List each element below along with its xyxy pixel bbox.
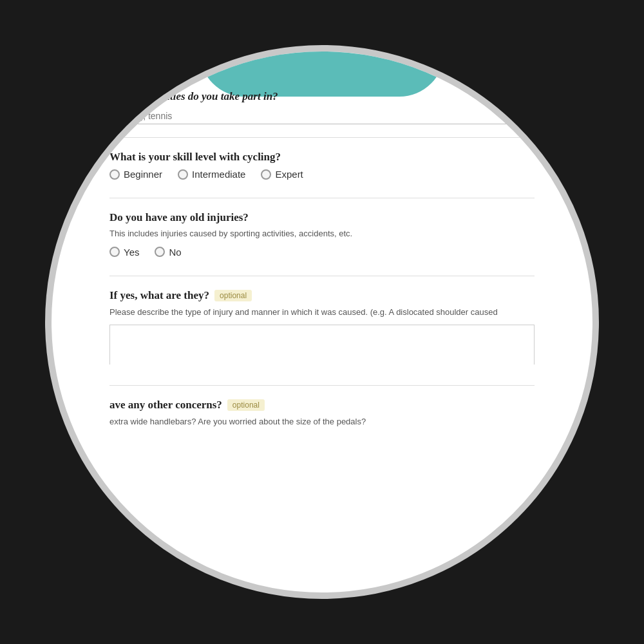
main-circle: athletic activities do you take part in?… [45,45,599,599]
divider-2 [109,198,535,198]
skill-level-label: What is your skill level with cycling? [109,151,535,164]
athletic-question-label: athletic activities do you take part in? [109,90,535,103]
skill-beginner-label: Beginner [124,169,162,180]
injuries-yes-label: Yes [124,247,139,258]
divider-1 [109,137,535,138]
injuries-no-radio[interactable] [155,247,165,257]
old-injuries-label: Do you have any old injuries? [109,211,535,224]
skill-level-radio-group: Beginner Intermediate Expert [109,169,535,180]
skill-expert-radio[interactable] [261,169,271,180]
question-old-injuries: Do you have any old injuries? This inclu… [109,211,535,258]
injuries-no-option[interactable]: No [155,247,181,258]
other-concerns-optional-badge: optional [227,399,265,411]
skill-expert-option[interactable]: Expert [261,169,303,180]
old-injuries-sublabel: This includes injuries caused by sportin… [109,227,535,240]
skill-beginner-radio[interactable] [109,169,120,180]
old-injuries-radio-group: Yes No [109,247,535,258]
divider-4 [109,385,535,386]
other-concerns-label: ave any other concerns? [109,399,222,412]
injury-details-optional-badge: optional [214,290,252,301]
question-other-concerns: ave any other concerns? optional extra w… [109,399,535,428]
skill-beginner-option[interactable]: Beginner [109,169,162,180]
skill-intermediate-option[interactable]: Intermediate [178,169,245,180]
athletic-activities-input[interactable] [109,108,535,124]
injuries-no-label: No [169,247,181,258]
skill-intermediate-radio[interactable] [178,169,188,180]
injuries-yes-radio[interactable] [109,247,120,257]
injuries-yes-option[interactable]: Yes [109,247,139,258]
injury-details-sublabel: Please describe the type of injury and m… [109,306,535,319]
divider-3 [109,276,535,276]
form-content: athletic activities do you take part in?… [71,90,573,446]
injury-details-textarea[interactable] [109,325,535,365]
injury-details-label: If yes, what are they? [109,289,209,302]
skill-expert-label: Expert [275,169,303,180]
skill-intermediate-label: Intermediate [192,169,245,180]
question-athletic-activities: athletic activities do you take part in? [109,90,535,124]
question-skill-level: What is your skill level with cycling? B… [109,151,535,180]
other-concerns-sublabel: extra wide handlebars? Are you worried a… [109,415,535,428]
question-injury-details: If yes, what are they? optional Please d… [109,289,535,368]
